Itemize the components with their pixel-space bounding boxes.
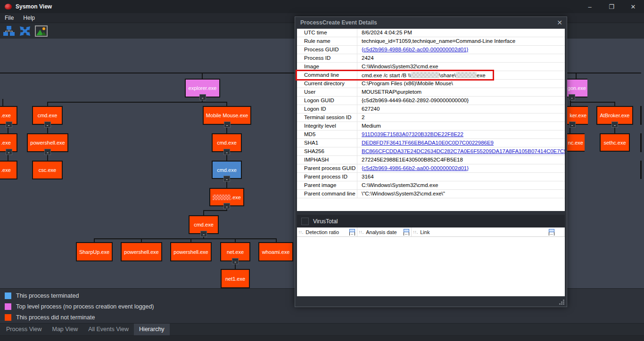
detail-value: cmd.exe /c start /B \\\share\exe <box>357 71 565 79</box>
detail-value: {c5d2b969-4988-66b2-ac00-000000002d01} <box>357 46 565 54</box>
detail-row: UserMOUSETRAP\purpletom <box>297 88 565 97</box>
detail-label: User <box>297 88 357 96</box>
detail-value: MOUSETRAP\purpletom <box>357 88 565 96</box>
column-width-icon-arrows: ↔ <box>404 232 409 235</box>
column-width-icon[interactable]: ↔ <box>548 229 554 235</box>
collapse-handle[interactable]: - <box>569 94 575 100</box>
detail-label: Current directory <box>297 80 357 88</box>
detail-value: 272245E2988E1E430500B852C4FB5E18 <box>357 156 565 164</box>
detail-row: Logon GUID{c5d2b969-4449-66b2-2892-09000… <box>297 97 565 105</box>
detail-value: 2 <box>357 114 565 122</box>
virustotal-checkbox[interactable] <box>301 218 309 225</box>
detail-label: IMPHASH <box>297 156 357 164</box>
process-node-powershell-exe[interactable]: powershell.exe <box>170 242 212 261</box>
detail-row: Command linecmd.exe /c start /B \\\share… <box>297 71 565 80</box>
detail-label: Process GUID <box>297 46 357 54</box>
virustotal-label: VirusTotal <box>313 218 338 225</box>
column-header-detection-ratio[interactable]: ∷.Detection ratio↔ <box>297 227 357 236</box>
collapse-handle[interactable]: - <box>199 94 206 100</box>
detail-label: SHA256 <box>297 147 357 155</box>
collapse-handle[interactable]: - <box>6 122 12 128</box>
detail-value-link[interactable]: DED8FD7F36417F66EB6ADA10E0C0D7C0022986E9 <box>362 140 494 146</box>
collapse-handle[interactable]: - <box>569 122 576 128</box>
detail-row: SHA256BC866CFCDDA37E24DC2634DC282C7A0E6F… <box>297 147 565 156</box>
redacted-text <box>411 72 439 78</box>
collapse-handle[interactable]: - <box>200 231 207 237</box>
process-node-sethc-exe[interactable]: sethc.exe <box>600 133 630 152</box>
detail-value: 911D039E71583A07320B32BDE22F8E22 <box>357 130 565 138</box>
detail-value: Medium <box>357 122 565 130</box>
detail-label: Parent process GUID <box>297 164 357 172</box>
dialog-title-bar[interactable]: ProcessCreate Event Details ✕ <box>295 17 567 28</box>
detail-label: Integrity level <box>297 122 357 130</box>
detail-row: SHA1DED8FD7F36417F66EB6ADA10E0C0D7C00229… <box>297 139 565 147</box>
tree-connector <box>94 238 277 239</box>
detail-value-link[interactable]: {c5d2b969-4988-66b2-ac00-000000002d01} <box>362 47 468 52</box>
detail-row: Parent command line\"C:\Windows\System32… <box>297 190 565 198</box>
event-details-table: UTC time8/6/2024 4:04:25 PMRule nametech… <box>297 29 565 211</box>
tree-connector <box>570 102 615 103</box>
sysmon-view-window: Sysmon View – ❐ ✕ FileHelp <box>0 0 644 341</box>
detail-row: Terminal session ID2 <box>297 114 565 122</box>
detail-value: 8/6/2024 4:04:25 PM <box>357 29 565 37</box>
column-header-analysis-date[interactable]: ∷.Analysis date↔ <box>357 227 412 236</box>
detail-value: {c5d2b969-4449-66b2-2892-090000000000} <box>357 97 565 105</box>
detail-label: UTC time <box>297 29 357 37</box>
collapse-handle[interactable]: - <box>223 149 230 155</box>
dialog-resize-grip[interactable] <box>559 300 564 305</box>
detail-label: Command line <box>297 71 357 79</box>
detail-value: C:\Windows\System32\cmd.exe <box>357 181 565 189</box>
detail-value: C:\Program Files (x86)\Mobile Mouse\ <box>357 80 565 88</box>
column-header-link[interactable]: ∷.Link↔ <box>412 227 564 236</box>
event-details-dialog: ProcessCreate Event Details ✕ UTC time8/… <box>295 16 567 307</box>
collapse-handle[interactable]: - <box>224 122 231 128</box>
detail-value: BC866CFCDDA37E24DC2634DC282C7A0E6F55209D… <box>357 147 565 155</box>
detail-label: Terminal session ID <box>297 114 357 122</box>
detail-label: Rule name <box>297 37 357 45</box>
process-node-csc-exe[interactable]: csc.exe <box>32 161 63 179</box>
detail-value-link[interactable]: BC866CFCDDA37E24DC2634DC282C7A0E6F55209D… <box>362 148 565 154</box>
collapse-handle[interactable]: - <box>232 258 239 264</box>
process-node-net1-exe[interactable]: net1.exe <box>221 269 250 288</box>
column-width-icon-arrows: ↔ <box>549 232 554 235</box>
dialog-title: ProcessCreate Event Details <box>300 19 377 26</box>
collapse-handle[interactable]: - <box>223 203 230 209</box>
collapse-handle[interactable]: - <box>223 176 230 182</box>
detail-value: DED8FD7F36417F66EB6ADA10E0C0D7C0022986E9 <box>357 139 565 147</box>
process-node--exe[interactable]: .exe <box>0 161 17 179</box>
tree-connector <box>640 161 642 179</box>
column-width-icon[interactable]: ↔ <box>349 229 355 235</box>
detail-label: Parent image <box>297 181 357 189</box>
row-grip-icon: ∷. <box>359 230 364 235</box>
detail-value: 627240 <box>357 105 565 113</box>
process-node-whoami-exe[interactable]: whoami.exe <box>258 242 293 261</box>
collapse-handle[interactable]: - <box>6 149 12 155</box>
column-width-icon[interactable]: ↔ <box>403 229 409 235</box>
detail-value-link[interactable]: 911D039E71583A07320B32BDE22F8E22 <box>362 131 463 137</box>
detail-label: SHA1 <box>297 139 357 147</box>
tree-connector <box>640 106 642 125</box>
row-grip-icon: ∷. <box>413 230 418 235</box>
tree-connector <box>203 210 227 211</box>
process-node-SharpUp-exe[interactable]: SharpUp.exe <box>76 242 113 261</box>
detail-row: Process ID2424 <box>297 54 565 63</box>
column-width-icon-arrows: ↔ <box>349 232 355 235</box>
detail-label: Logon GUID <box>297 97 357 105</box>
detail-value: {c5d2b969-4986-66b2-aa00-000000002d01} <box>357 164 565 172</box>
detail-value: 2424 <box>357 54 565 62</box>
collapse-handle[interactable]: - <box>611 122 618 128</box>
detail-row: Parent process GUID{c5d2b969-4986-66b2-a… <box>297 164 565 173</box>
detail-value-link[interactable]: {c5d2b969-4986-66b2-aa00-000000002d01} <box>362 165 469 171</box>
redacted-text <box>456 72 477 78</box>
detail-label: Logon ID <box>297 105 357 113</box>
collapse-handle[interactable]: - <box>44 122 51 128</box>
detail-label: Parent command line <box>297 190 357 198</box>
detail-label: MD5 <box>297 130 357 138</box>
detail-row: Current directoryC:\Program Files (x86)\… <box>297 80 565 88</box>
collapse-handle[interactable]: - <box>44 149 51 155</box>
detail-label: Image <box>297 63 357 71</box>
tree-connector <box>47 102 227 103</box>
process-node-powershell-exe[interactable]: powershell.exe <box>121 242 162 261</box>
close-icon[interactable]: ✕ <box>557 19 562 26</box>
tree-connector <box>2 99 3 106</box>
